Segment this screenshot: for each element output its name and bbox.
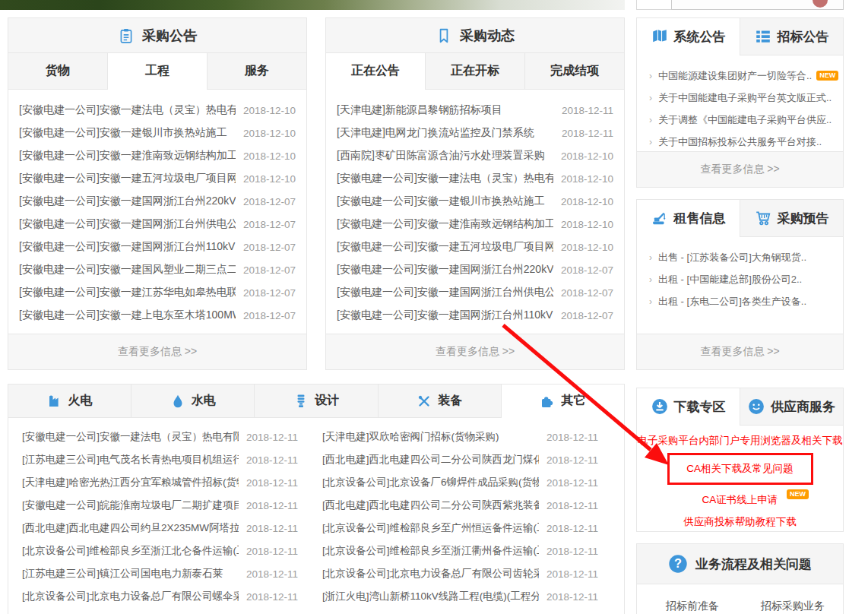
ca-download-link[interactable]: CA相关下载及常见问题: [686, 462, 793, 476]
tab-thermal-power[interactable]: 火电: [8, 385, 131, 417]
item-title[interactable]: [安徽电建一公司]安徽一建上电东至木塔100MW风电: [19, 309, 236, 322]
list-item[interactable]: [北京设备公司]北京设备厂6铆焊件成品采购(货物采购)2018-12-11: [322, 471, 598, 494]
list-item[interactable]: [北京设备公司]北京电力设备总厂有限公司齿轮采购(货2018-12-11: [322, 562, 598, 585]
tab-design[interactable]: 设计: [255, 385, 378, 417]
tab-hydro-power[interactable]: 水电: [131, 385, 255, 417]
ca-cert-apply-link[interactable]: CA证书线上申请: [637, 493, 843, 507]
ca-download-highlight-box[interactable]: CA相关下载及常见问题: [667, 453, 813, 485]
more-link[interactable]: 查看更多信息 >>: [637, 334, 843, 369]
item-title[interactable]: [西北电建]西北电建四公司二分公司陕西紫兆装备制造有: [322, 498, 539, 512]
item-title[interactable]: 中国能源建设集团财产一切险等合..: [658, 69, 812, 83]
tab-announcing[interactable]: 正在公告: [326, 53, 426, 89]
item-title[interactable]: 出租 - [中国能建总部]股份公司2..: [658, 273, 802, 286]
item-title[interactable]: [安徽电建一公司]安徽一建法电（灵宝）热电有限公司: [19, 103, 236, 117]
list-item[interactable]: [安徽电建一公司]安徽一建国风塑业二期三点二兆瓦分2018-12-07: [8, 258, 306, 281]
tab-download-zone[interactable]: 下载专区: [637, 388, 740, 425]
item-title[interactable]: [安徽电建一公司]安徽一建国网浙江台州供电公司: [337, 286, 553, 299]
item-title[interactable]: 关于调整《中国能建电子采购平台供应..: [658, 113, 832, 127]
item-title[interactable]: [北京设备公司]北京电力设备总厂有限公司齿轮采购(货: [322, 567, 539, 581]
item-title[interactable]: [江苏电建三公司]电气茂名长青热电项目机组运行维护: [22, 453, 239, 467]
tab-rent-sale[interactable]: 租售信息: [637, 200, 740, 236]
list-item[interactable]: ›关于中国能建电子采购平台英文版正式..: [637, 87, 843, 109]
bid-procurement-link[interactable]: 招标采购业务: [761, 600, 825, 613]
more-link[interactable]: 查看更多信息 >>: [8, 334, 306, 369]
list-item[interactable]: [浙江火电]湾山新桥110kV线路工程(电缆)(工程分包)2018-12-11: [322, 585, 598, 608]
list-item[interactable]: ›出售 - [江苏装备公司]大角钢现货..: [637, 246, 843, 268]
item-title[interactable]: [北京设备公司]北京电力设备总厂有限公司螺伞采购(货: [22, 590, 239, 603]
item-title[interactable]: [天津电建]哈密光热江西分宜军粮城管件招标(货物采: [22, 476, 239, 489]
list-item[interactable]: [天津电建]电网龙门换流站监控及门禁系统2018-12-11: [326, 122, 624, 144]
item-title[interactable]: [安徽电建一公司]安徽一建国网浙江台州110kV良峰变: [337, 309, 553, 322]
tab-procurement-preview[interactable]: 采购预告: [740, 200, 843, 236]
list-item[interactable]: [安徽电建一公司]安徽一建法电（灵宝）热电有限公司2018-12-10: [8, 99, 306, 122]
item-title[interactable]: [北京设备公司]维检部良乡至广州恒运备件运输(工程分: [322, 521, 539, 535]
list-item[interactable]: [安徽电建一公司]安徽一建淮南致远钢结构加工基地一2018-12-10: [8, 144, 306, 167]
list-item[interactable]: ›关于调整《中国能建电子采购平台供应..: [637, 109, 843, 131]
item-title[interactable]: [安徽电建一公司]安徽一建国网浙江台州110kV良峰变: [19, 240, 236, 254]
tab-system-notice[interactable]: 系统公告: [637, 18, 740, 55]
list-item[interactable]: [天津电建]新能源昌黎钢筋招标项目2018-12-11: [326, 99, 624, 122]
tab-other[interactable]: 其它: [502, 385, 624, 417]
list-item[interactable]: ›出租 - [东电二公司]各类生产设备..: [637, 290, 843, 312]
list-item[interactable]: [安徽电建一公司]安徽一建国网浙江台州110kV良峰变2018-12-07: [326, 304, 624, 327]
item-title[interactable]: [西南院]枣矿田陈富源含油污水处理装置采购: [337, 149, 553, 163]
item-title[interactable]: [安徽电建一公司]安徽一建法电（灵宝）热电有限公司: [337, 172, 553, 185]
list-item[interactable]: [安徽电建一公司]安徽一建国网浙江台州220kV沙岙变2018-12-07: [8, 190, 306, 213]
list-item[interactable]: [西北电建]西北电建四公司二分公司陕西紫兆装备制造有2018-12-11: [322, 494, 598, 517]
list-item[interactable]: [江苏电建三公司]镇江公司国电电力新泰石莱2018-12-11: [22, 562, 298, 585]
list-item[interactable]: [安徽电建一公司]皖能淮南垃圾电厂二期扩建项目部网2018-12-11: [22, 494, 298, 517]
list-item[interactable]: [天津电建]双欣哈密阀门招标(货物采购)2018-12-11: [322, 426, 598, 448]
list-item[interactable]: [安徽电建一公司]安徽一建国网浙江台州供电公司2018-12-07: [326, 281, 624, 304]
list-item[interactable]: ›出租 - [中国能建总部]股份公司2..: [637, 268, 843, 290]
list-item[interactable]: [安徽电建一公司]安徽一建江苏华电如皋热电联产工程2018-12-07: [8, 281, 306, 304]
item-title[interactable]: [安徽电建一公司]皖能淮南垃圾电厂二期扩建项目部网: [22, 498, 239, 512]
tab-engineering[interactable]: 工程: [108, 53, 207, 89]
item-title[interactable]: [安徽电建一公司]安徽一建淮南致远钢结构加工基地一: [19, 149, 236, 163]
item-title[interactable]: [天津电建]新能源昌黎钢筋招标项目: [337, 103, 554, 117]
more-link[interactable]: 查看更多信息 >>: [326, 334, 624, 369]
item-title[interactable]: [安徽电建一公司]安徽一建银川市换热站施工: [19, 126, 236, 140]
item-title[interactable]: [北京设备公司]维检部良乡至浙江北仑备件运输(工程分: [22, 544, 239, 558]
browser-download-link[interactable]: 电子采购平台内部门户专用浏览器及相关下载: [637, 434, 843, 448]
item-title[interactable]: [安徽电建一公司]安徽一建国网浙江台州220kV沙岙变: [337, 263, 553, 277]
tab-supplier-service[interactable]: 供应商服务: [740, 388, 843, 425]
item-title[interactable]: 出租 - [东电二公司]各类生产设备..: [658, 295, 806, 309]
tab-completed[interactable]: 完成结项: [525, 53, 624, 89]
list-item[interactable]: [安徽电建一公司]安徽一建国网浙江台州220kV沙岙变2018-12-07: [326, 258, 624, 281]
list-item[interactable]: ›关于中国招标投标公共服务平台对接..: [637, 131, 843, 153]
item-title[interactable]: [北京设备公司]北京设备厂6铆焊件成品采购(货物采购): [322, 476, 539, 489]
supplier-tutorial-link[interactable]: 供应商投标帮助教程下载: [637, 515, 843, 529]
tab-equipment[interactable]: 装备: [379, 385, 502, 417]
list-item[interactable]: [北京设备公司]北京电力设备总厂有限公司螺伞采购(货2018-12-11: [22, 585, 298, 608]
list-item[interactable]: [安徽电建一公司]安徽一建银川市换热站施工2018-12-10: [326, 190, 624, 213]
tab-goods[interactable]: 货物: [8, 53, 108, 89]
item-title[interactable]: 关于中国招标投标公共服务平台对接..: [658, 135, 822, 149]
item-title[interactable]: [安徽电建一公司]安徽一建国网浙江台州220kV沙岙变: [19, 195, 236, 208]
list-item[interactable]: [安徽电建一公司]安徽一建五河垃圾电厂项目网架钢结2018-12-10: [326, 236, 624, 258]
item-title[interactable]: [安徽电建一公司]安徽一建国风塑业二期三点二兆瓦分: [19, 263, 236, 277]
item-title[interactable]: [天津电建]双欣哈密阀门招标(货物采购): [322, 430, 539, 444]
list-item[interactable]: [安徽电建一公司]安徽一建国网浙江台州110kV良峰变2018-12-07: [8, 236, 306, 258]
item-title[interactable]: [安徽电建一公司]安徽一建江苏华电如皋热电联产工程: [19, 286, 236, 299]
list-item[interactable]: [北京设备公司]维检部良乡至浙江衢州备件运输(工程分2018-12-11: [322, 540, 598, 562]
list-item[interactable]: [北京设备公司]维检部良乡至浙江北仑备件运输(工程分2018-12-11: [22, 540, 298, 562]
list-item[interactable]: [安徽电建一公司]安徽一建五河垃圾电厂项目网架钢结2018-12-10: [8, 167, 306, 190]
item-title[interactable]: 出售 - [江苏装备公司]大角钢现货..: [658, 251, 806, 264]
list-item[interactable]: [安徽电建一公司]安徽一建法电（灵宝）热电有限公司2018-12-10: [326, 167, 624, 190]
item-title[interactable]: [安徽电建一公司]安徽一建五河垃圾电厂项目网架钢结: [337, 240, 553, 254]
list-item[interactable]: ›中国能源建设集团财产一切险等合..NEW: [637, 65, 843, 87]
item-title[interactable]: [安徽电建一公司]安徽一建银川市换热站施工: [337, 195, 553, 208]
item-title[interactable]: [西北电建]西北电建四公司约旦2X235MW阿塔拉特油: [22, 521, 239, 535]
item-title[interactable]: [江苏电建三公司]镇江公司国电电力新泰石莱: [22, 567, 239, 581]
list-item[interactable]: [安徽电建一公司]安徽一建淮南致远钢结构加工基地一2018-12-10: [326, 213, 624, 236]
list-item[interactable]: [安徽电建一公司]安徽一建国网浙江台州供电公司2018-12-07: [8, 213, 306, 236]
item-title[interactable]: [天津电建]电网龙门换流站监控及门禁系统: [337, 126, 554, 140]
item-title[interactable]: [安徽电建一公司]安徽一建法电（灵宝）热电有限公司: [22, 430, 239, 444]
list-item[interactable]: [安徽电建一公司]安徽一建上电东至木塔100MW风电2018-12-07: [8, 304, 306, 327]
pre-bid-link[interactable]: 招标前准备: [666, 600, 719, 613]
list-item[interactable]: [江苏电建三公司]电气茂名长青热电项目机组运行维护2018-12-11: [22, 448, 298, 471]
item-title[interactable]: [安徽电建一公司]安徽一建国网浙江台州供电公司: [19, 217, 236, 231]
item-title[interactable]: [西北电建]西北电建四公司二分公司陕西龙门煤化工有限: [322, 453, 539, 467]
tab-bid-notice[interactable]: 招标公告: [740, 18, 843, 55]
list-item[interactable]: [西南院]枣矿田陈富源含油污水处理装置采购2018-12-10: [326, 144, 624, 167]
